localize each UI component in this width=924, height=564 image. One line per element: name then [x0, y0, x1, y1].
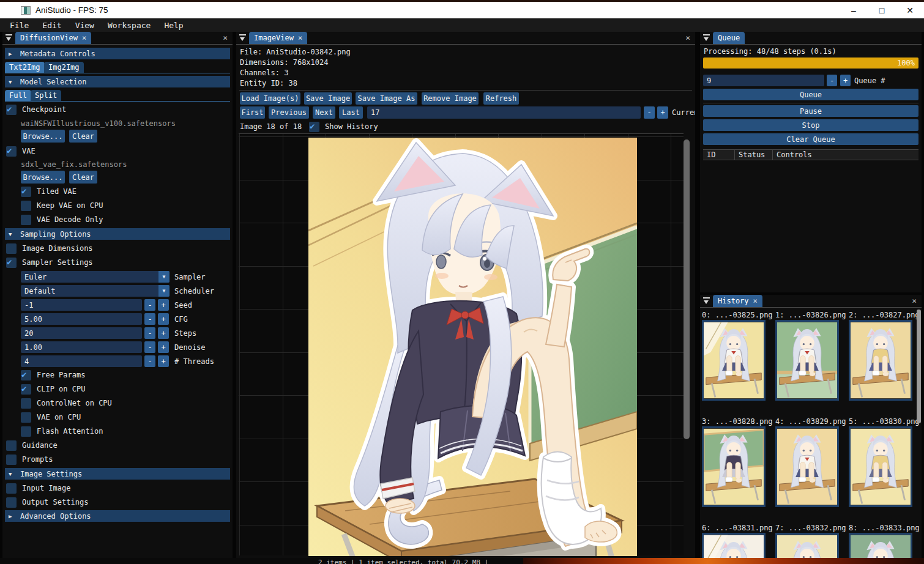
scheduler-combo[interactable]: Default ▼ [21, 285, 170, 297]
advanced-options-header[interactable]: ▶ Advanced Options [5, 510, 230, 522]
current-minus-button[interactable]: - [644, 106, 655, 119]
tab-diffusion-view[interactable]: DiffusionView × [15, 32, 91, 44]
checkbox[interactable] [6, 483, 17, 494]
queue-button[interactable]: Queue [703, 89, 918, 100]
checkbox[interactable] [6, 455, 17, 465]
prompts-row[interactable]: Prompts [6, 454, 53, 465]
tab-txt2img[interactable]: Txt2Img [5, 62, 45, 73]
steps-plus-button[interactable]: + [158, 327, 169, 339]
checkbox[interactable] [6, 258, 17, 268]
menu-view[interactable]: View [69, 21, 100, 30]
guidance-row[interactable]: Guidance [6, 440, 58, 451]
history-thumbnail[interactable] [702, 533, 766, 558]
denoise-minus-button[interactable]: - [144, 341, 155, 353]
tab-img2img[interactable]: Img2Img [44, 62, 84, 73]
tab-image-view[interactable]: ImageView × [249, 32, 307, 44]
vae-on-cpu-row[interactable]: VAE on CPU [21, 412, 81, 423]
output-settings-row[interactable]: Output Settings [6, 497, 88, 508]
dropdown-arrow-icon[interactable]: ▼ [158, 271, 170, 283]
queue-minus-button[interactable]: - [827, 75, 837, 86]
checkbox[interactable] [21, 412, 31, 423]
pause-button[interactable]: Pause [703, 105, 918, 117]
remove-image-button[interactable]: Remove Image [422, 92, 479, 105]
tab-queue[interactable]: Queue [713, 32, 745, 44]
close-icon[interactable]: × [82, 34, 86, 42]
show-history-row[interactable]: Show History [309, 121, 378, 132]
current-plus-button[interactable]: + [657, 106, 668, 119]
seed-input[interactable]: -1 [21, 299, 142, 311]
steps-input[interactable]: 20 [21, 327, 142, 339]
vae-checkbox-row[interactable]: VAE [6, 146, 35, 157]
close-icon[interactable]: ✕ [896, 2, 924, 18]
refresh-button[interactable]: Refresh [483, 92, 519, 105]
denoise-plus-button[interactable]: + [158, 341, 169, 353]
dropdown-arrow-icon[interactable]: ▼ [158, 285, 170, 297]
first-button[interactable]: First [240, 106, 265, 119]
next-button[interactable]: Next [313, 106, 335, 119]
previous-button[interactable]: Previous [269, 106, 309, 119]
menu-help[interactable]: Help [158, 21, 189, 30]
image-settings-header[interactable]: ▼ Image Settings [5, 468, 230, 480]
checkbox[interactable] [6, 105, 17, 115]
cfg-plus-button[interactable]: + [158, 313, 169, 325]
image-dimensions-row[interactable]: Image Dimensions [6, 243, 93, 254]
checkbox[interactable] [6, 440, 17, 451]
tab-split[interactable]: Split [31, 90, 61, 102]
history-thumbnail[interactable] [702, 426, 766, 507]
threads-input[interactable]: 4 [21, 355, 142, 367]
close-icon[interactable]: × [685, 33, 695, 44]
menu-edit[interactable]: Edit [36, 21, 67, 30]
checkbox[interactable] [21, 215, 31, 225]
history-thumbnail[interactable] [849, 320, 912, 401]
history-thumbnail[interactable] [849, 426, 912, 507]
titlebar[interactable]: AniStudio - FPS: 75 – □ ✕ [0, 2, 924, 18]
checkbox[interactable] [309, 122, 319, 132]
sampling-options-header[interactable]: ▼ Sampling Options [5, 228, 230, 240]
collapse-arrow-icon[interactable] [703, 34, 710, 42]
vae-browse-button[interactable]: Browse... [21, 171, 65, 184]
denoise-input[interactable]: 1.00 [21, 341, 142, 353]
free-params-row[interactable]: Free Params [21, 369, 85, 380]
cfg-minus-button[interactable]: - [144, 313, 155, 325]
sampler-combo[interactable]: Euler ▼ [21, 271, 170, 283]
tiled-vae-row[interactable]: Tiled VAE [21, 186, 76, 197]
checkbox[interactable] [6, 146, 17, 157]
keep-vae-cpu-row[interactable]: Keep VAE on CPU [21, 200, 103, 211]
load-images-button[interactable]: Load Image(s) [240, 92, 300, 105]
seed-plus-button[interactable]: + [158, 299, 169, 311]
last-button[interactable]: Last [339, 106, 363, 119]
menu-file[interactable]: File [4, 21, 35, 30]
metadata-controls-header[interactable]: ▶ Metadata Controls [5, 48, 230, 59]
vertical-scrollbar[interactable] [917, 310, 921, 423]
history-thumbnail[interactable] [775, 320, 839, 401]
checkbox[interactable] [21, 384, 31, 395]
current-image-input[interactable]: 17 [367, 106, 641, 119]
history-thumbnail[interactable] [849, 533, 912, 558]
checkpoint-browse-button[interactable]: Browse... [21, 130, 65, 143]
threads-minus-button[interactable]: - [144, 355, 155, 367]
queue-number-input[interactable]: 9 [703, 75, 824, 86]
history-thumbnail[interactable] [775, 426, 839, 507]
flash-attention-row[interactable]: Flash Attention [21, 426, 103, 437]
checkpoint-clear-button[interactable]: Clear [69, 130, 97, 143]
generated-image[interactable] [308, 138, 637, 556]
vae-decode-only-row[interactable]: VAE Decode Only [21, 214, 103, 225]
collapse-arrow-icon[interactable] [6, 34, 12, 42]
save-image-button[interactable]: Save Image [304, 92, 352, 105]
checkbox[interactable] [6, 243, 17, 254]
checkbox[interactable] [6, 497, 17, 508]
checkbox[interactable] [21, 187, 31, 197]
tab-full[interactable]: Full [5, 90, 31, 102]
save-image-as-button[interactable]: Save Image As [356, 92, 417, 105]
vae-clear-button[interactable]: Clear [69, 171, 97, 184]
history-thumbnail[interactable] [702, 320, 766, 401]
vertical-scrollbar[interactable] [684, 139, 690, 439]
clear-queue-button[interactable]: Clear Queue [703, 133, 918, 145]
stop-button[interactable]: Stop [703, 119, 918, 131]
seed-minus-button[interactable]: - [144, 299, 155, 311]
collapse-arrow-icon[interactable] [239, 34, 246, 42]
controlnet-on-cpu-row[interactable]: ControlNet on CPU [21, 398, 112, 409]
model-selection-header[interactable]: ▼ Model Selection [5, 76, 230, 87]
threads-plus-button[interactable]: + [158, 355, 169, 367]
checkpoint-checkbox-row[interactable]: Checkpoint [6, 104, 66, 115]
